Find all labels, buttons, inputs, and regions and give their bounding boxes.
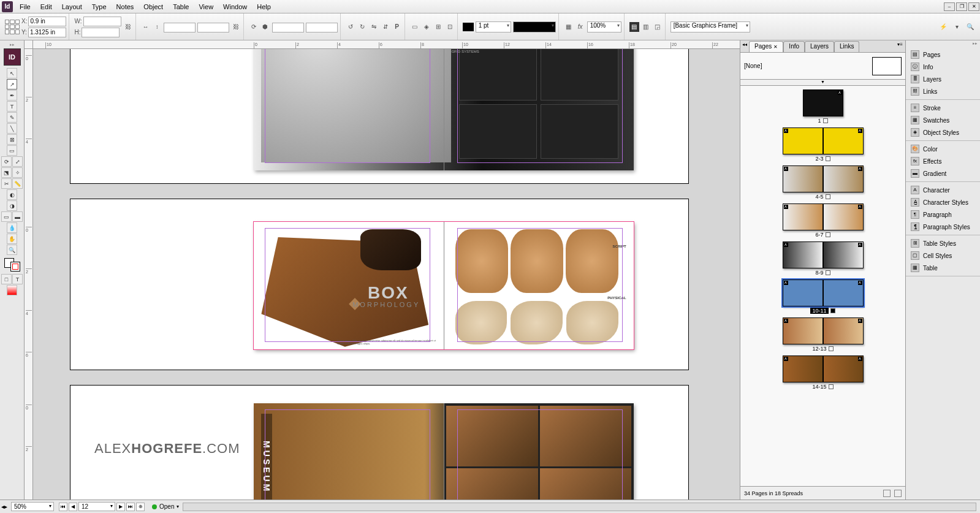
dock-info[interactable]: ⓘInfo — [906, 61, 980, 73]
spread-12-13[interactable]: MUSEUM — [254, 403, 634, 500]
last-page-button[interactable]: ⏭ — [126, 503, 135, 511]
free-transform-tool[interactable]: ✧ — [12, 167, 23, 178]
rect-frame-tool[interactable]: ⊠ — [7, 134, 17, 145]
menu-edit[interactable]: Edit — [36, 3, 57, 10]
select-content-icon[interactable]: ◈ — [422, 22, 431, 32]
pencil-tool[interactable]: ✎ — [7, 112, 17, 123]
masters-divider[interactable]: ▼ — [740, 80, 905, 86]
master-thumb[interactable] — [872, 57, 902, 75]
fill-stroke-swatch[interactable] — [4, 258, 20, 272]
effects-icon[interactable]: ▦ — [564, 22, 574, 32]
zoom-tool[interactable]: 🔍 — [7, 245, 17, 255]
delete-page-icon[interactable] — [894, 490, 902, 497]
shear-input[interactable] — [306, 23, 338, 32]
type-tool[interactable]: T — [7, 101, 17, 112]
stroke-weight-dropdown[interactable]: 1 pt — [476, 21, 511, 32]
dock-paragraph[interactable]: ¶Paragraph — [906, 208, 980, 221]
canvas[interactable]: 10 0 2 4 6 8 10 12 14 16 18 20 22 24 26 … — [25, 40, 740, 500]
preflight-status[interactable]: Open ▾ — [152, 503, 179, 510]
apply-none[interactable] — [7, 285, 17, 295]
scale-tool[interactable]: ⤢ — [12, 156, 23, 167]
dock-table-styles[interactable]: ⊞Table Styles — [906, 237, 980, 249]
apply-gradient[interactable]: T — [12, 274, 23, 284]
menu-type[interactable]: Type — [87, 3, 112, 10]
dock-collapse[interactable]: ▸▸ — [906, 40, 980, 47]
zoom-dropdown[interactable]: 50% — [11, 502, 54, 511]
page-thumb-10-11[interactable]: AA10-11 — [740, 279, 905, 314]
dock-stroke[interactable]: ≡Stroke — [906, 102, 980, 114]
opacity-dropdown[interactable]: 100% — [587, 21, 621, 32]
dock-object-styles[interactable]: ◈Object Styles — [906, 126, 980, 139]
horizontal-scrollbar[interactable] — [183, 503, 976, 511]
shear-tool[interactable]: ⬔ — [1, 167, 12, 178]
rotate-input[interactable] — [272, 23, 304, 32]
menu-help[interactable]: Help — [252, 3, 276, 10]
close-button[interactable]: ✕ — [968, 2, 979, 11]
shear-icon[interactable]: ⬢ — [260, 22, 270, 32]
object-style-dropdown[interactable]: [Basic Graphics Frame] — [670, 21, 750, 32]
page-nav-extra[interactable]: ⊕ — [136, 503, 145, 511]
fit-content-icon[interactable]: ⊞ — [433, 22, 443, 32]
scale-y-input[interactable] — [197, 23, 229, 32]
link-scale-icon[interactable]: ⛓ — [231, 22, 241, 32]
dock-links[interactable]: ⛓Links — [906, 85, 980, 97]
spread-8-9[interactable]: PUZZLE SOLVER GRID SYSTEMS — [254, 49, 634, 170]
dock-character[interactable]: ACharacter — [906, 184, 980, 196]
rotate-ccw-icon[interactable]: ↺ — [346, 22, 355, 32]
menu-table[interactable]: Table — [168, 3, 194, 10]
fill-frame-icon[interactable]: ⊡ — [445, 22, 455, 32]
menu-view[interactable]: View — [194, 3, 218, 10]
gradient-feather-tool[interactable]: ◑ — [7, 200, 17, 211]
next-page-button[interactable]: ▶ — [116, 503, 125, 511]
menu-file[interactable]: File — [15, 3, 36, 10]
page-thumb-1[interactable]: A1 — [740, 89, 905, 124]
page-thumb-4-5[interactable]: AA4-5 — [740, 165, 905, 200]
dock-color[interactable]: 🎨Color — [906, 143, 980, 155]
button-tool[interactable]: ▬ — [12, 211, 23, 222]
search-icon[interactable]: 🔍 — [965, 22, 975, 32]
select-container-icon[interactable]: ▭ — [410, 22, 420, 32]
vertical-ruler[interactable]: 0 2 4 0 2 4 6 0 2 — [25, 49, 33, 500]
dock-paragraph-styles[interactable]: ¶̲Paragraph Styles — [906, 221, 980, 233]
hand-tool[interactable]: ✋ — [7, 234, 17, 244]
eyedropper-tool[interactable]: 💧 — [7, 222, 17, 233]
selection-tool[interactable]: ↖ — [7, 68, 17, 78]
dock-layers[interactable]: ≣Layers — [906, 73, 980, 85]
flip-h-icon[interactable]: ⇋ — [369, 22, 379, 32]
tab-pages[interactable]: Pages✕ — [749, 41, 783, 52]
quick-apply-icon[interactable]: ⚡ — [938, 22, 948, 32]
gradient-tool[interactable]: ◐ — [7, 189, 17, 200]
measure-tool[interactable]: 📏 — [12, 178, 23, 189]
pasteboard[interactable]: PUZZLE SOLVER GRID SYSTEMS BOX MORPHOLOG… — [33, 49, 740, 500]
dock-gradient[interactable]: ▬Gradient — [906, 167, 980, 180]
flip-v-icon[interactable]: ⇵ — [381, 22, 390, 32]
dock-character-styles[interactable]: A̲Character Styles — [906, 196, 980, 208]
menu-object[interactable]: Object — [139, 3, 168, 10]
text-wrap-none-icon[interactable]: ▤ — [629, 22, 639, 32]
menu-layout[interactable]: Layout — [57, 3, 87, 10]
note-tool[interactable]: ▭ — [1, 211, 12, 222]
dock-effects[interactable]: fxEffects — [906, 155, 980, 167]
first-page-button[interactable]: ⏮ — [59, 503, 67, 511]
menu-window[interactable]: Window — [218, 3, 252, 10]
dock-table[interactable]: ▦Table — [906, 262, 980, 274]
fill-swatch[interactable] — [463, 23, 474, 31]
scale-x-icon[interactable]: ↔ — [141, 22, 151, 32]
status-left-icon[interactable]: ◂▸ — [0, 503, 9, 510]
rotate-tool[interactable]: ⟳ — [1, 156, 12, 167]
maximize-button[interactable]: ❐ — [956, 2, 967, 11]
page-thumb-6-7[interactable]: AA6-7 — [740, 203, 905, 238]
tab-layers[interactable]: Layers — [805, 41, 834, 52]
reference-point-icon[interactable] — [5, 20, 20, 34]
bridge-icon[interactable]: ▾ — [952, 22, 962, 32]
page-thumb-12-13[interactable]: AA12-13 — [740, 317, 905, 352]
menu-notes[interactable]: Notes — [112, 3, 139, 10]
toolbox-collapse[interactable]: ▸▸ — [0, 42, 24, 48]
spread-10-11[interactable]: BOX MORPHOLOGY Lorem ipsum dolor sit ame… — [254, 222, 634, 349]
pen-tool[interactable]: ✒ — [7, 90, 17, 101]
x-input[interactable] — [28, 17, 66, 26]
line-tool[interactable]: ╲ — [7, 123, 17, 134]
rotate-cw-icon[interactable]: ↻ — [357, 22, 367, 32]
panel-menu-icon[interactable]: ▾≡ — [895, 40, 905, 52]
ruler-origin[interactable] — [25, 40, 33, 49]
